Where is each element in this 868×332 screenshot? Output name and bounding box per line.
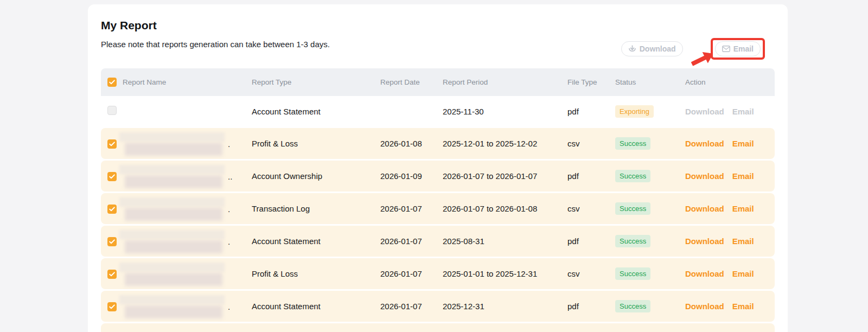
row-checkbox[interactable] [107,237,117,246]
redacted-name [119,263,225,272]
table-row: . Account Statement 2026-01-07 2025-08-3… [101,226,775,257]
report-period: 2025-12-31 [443,302,567,311]
row-checkbox[interactable] [107,139,117,149]
status-badge: Success [615,235,650,247]
status-badge: Success [615,137,650,150]
download-link[interactable]: Download [685,269,724,278]
table-row: Account Statement 2025-11-30 pdf Exporti… [101,96,775,126]
file-type: pdf [567,171,615,181]
report-period: 2025-12-01 to 2025-12-02 [443,139,567,148]
redacted-name [125,208,222,221]
report-type: Transaction Log [252,204,380,213]
email-link[interactable]: Email [732,302,754,311]
download-button[interactable]: Download [621,41,683,56]
table-row-partial [101,323,775,332]
file-type: csv [567,269,615,278]
table-row: . Account Statement 2026-01-07 2025-12-3… [101,291,775,322]
download-link[interactable]: Download [685,302,724,311]
status-badge: Success [615,300,650,312]
reports-table: Report Name Report Type Report Date Repo… [101,68,775,332]
redacted-name [125,143,222,156]
report-type: Account Statement [252,107,380,116]
redacted-name [119,197,225,207]
report-date: 2026-01-08 [380,139,443,148]
file-type: csv [567,139,615,148]
row-checkbox[interactable] [107,270,117,279]
email-link[interactable]: Email [732,204,754,213]
row-checkbox[interactable] [107,172,117,181]
file-type: pdf [567,107,615,116]
col-report-date: Report Date [380,78,443,86]
select-all-checkbox[interactable] [107,78,117,87]
report-date: 2026-01-07 [380,302,443,311]
col-report-type: Report Type [252,78,380,86]
report-name-cell: .. [123,161,252,191]
report-date: 2026-01-09 [380,171,443,181]
status-badge: Success [615,202,650,215]
redacted-name [125,175,222,188]
file-type: pdf [567,302,615,311]
annotation-highlight-box: Email [711,38,765,60]
report-name-cell: . [123,291,252,322]
table-row: .. Account Ownership 2026-01-09 2026-01-… [101,161,775,191]
report-name-cell [123,258,252,289]
email-button[interactable]: Email [715,41,761,56]
col-report-name: Report Name [123,78,252,86]
report-type: Account Ownership [252,171,380,181]
report-type: Account Statement [252,302,380,311]
table-row: . Profit & Loss 2026-01-08 2025-12-01 to… [101,128,775,159]
download-link[interactable]: Download [685,107,724,116]
report-period: 2026-01-07 to 2026-01-07 [443,171,567,181]
file-type: pdf [567,237,615,246]
toolbar: Download Email [621,41,765,68]
report-period: 2025-08-31 [443,237,567,246]
download-link[interactable]: Download [685,204,724,213]
download-icon [628,45,636,53]
report-period: 2025-01-01 to 2025-12-31 [443,269,567,278]
table-row: Profit & Loss 2026-01-07 2025-01-01 to 2… [101,258,775,289]
email-link[interactable]: Email [732,237,754,246]
report-name-cell: . [123,193,252,224]
status-badge: Success [615,267,650,280]
report-date: 2026-01-07 [380,269,443,278]
report-date: 2026-01-07 [380,237,443,246]
redacted-name [125,240,222,253]
table-header-row: Report Name Report Type Report Date Repo… [101,68,775,96]
my-report-card: My Report Please note that reports gener… [88,4,788,332]
report-type: Account Statement [252,237,380,246]
redacted-name [125,305,222,318]
page-title: My Report [101,4,775,32]
report-name-cell: . [123,226,252,257]
table-row: . Transaction Log 2026-01-07 2026-01-07 … [101,193,775,224]
report-name-cell [123,96,252,126]
email-link[interactable]: Email [732,269,754,278]
report-date: 2026-01-07 [380,204,443,213]
report-period: 2025-11-30 [443,107,567,116]
report-type: Profit & Loss [252,139,380,148]
report-type: Profit & Loss [252,269,380,278]
status-badge: Exporting [615,105,654,118]
download-link[interactable]: Download [685,237,724,246]
col-report-period: Report Period [443,78,567,86]
email-link[interactable]: Email [732,107,754,116]
email-link[interactable]: Email [732,139,754,148]
col-file-type: File Type [567,78,615,86]
redacted-name [119,230,225,239]
report-period: 2026-01-07 to 2026-01-08 [443,204,567,213]
redacted-name [119,295,225,304]
email-link[interactable]: Email [732,171,754,181]
row-checkbox[interactable] [107,302,117,311]
col-action: Action [685,78,775,86]
redacted-name [119,132,225,142]
email-icon [722,46,730,52]
file-type: csv [567,204,615,213]
row-checkbox[interactable] [107,205,117,214]
download-link[interactable]: Download [685,139,724,148]
row-checkbox[interactable] [107,106,117,115]
status-badge: Success [615,170,650,182]
download-link[interactable]: Download [685,171,724,181]
redacted-name [119,165,225,174]
col-status: Status [615,78,685,86]
report-name-cell: . [123,128,252,159]
redacted-name [125,273,222,286]
